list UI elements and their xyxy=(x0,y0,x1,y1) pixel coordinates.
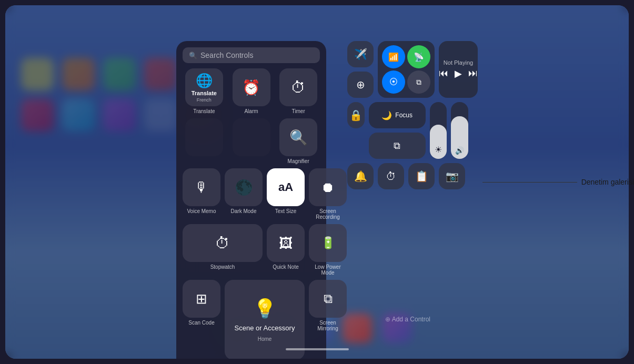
next-button[interactable]: ⏭ xyxy=(468,68,478,79)
control-low-power[interactable]: 🔋 Low Power Mode xyxy=(309,224,347,276)
control-quick-note[interactable]: 🖼 Quick Note xyxy=(267,224,305,270)
cc-left-toggles: ✈️ ⊕ xyxy=(347,41,374,98)
network-box: 📶 📡 ⦿ ⧉ xyxy=(378,41,435,98)
annotation-label: Denetim galerisi xyxy=(581,178,634,186)
timer-icon: ⏱ xyxy=(291,79,306,96)
control-scene-accessory[interactable]: 💡 Scene or Accessory Home xyxy=(225,280,305,359)
timer-cc-icon: ⏱ xyxy=(386,170,396,183)
screen-mirror-mid-button[interactable]: ⧉ xyxy=(369,133,426,159)
airplane-icon: ✈️ xyxy=(354,48,367,60)
control-screen-recording[interactable]: ⏺ Screen Recording xyxy=(309,168,347,220)
timer-cc-button[interactable]: ⏱ xyxy=(378,163,404,189)
annotation-line xyxy=(482,182,577,183)
text-size-label: Text Size xyxy=(275,208,297,214)
volume-slider[interactable]: 🔊 xyxy=(451,102,468,159)
screen-mirror-mid-icon: ⧉ xyxy=(394,140,400,151)
focus-label: Focus xyxy=(395,112,412,119)
cc-mid-group: 🌙 Focus ⧉ xyxy=(369,102,426,159)
translate-label: Translate xyxy=(193,108,215,114)
annotation-container: Denetim galerisi xyxy=(482,178,634,186)
notes-button[interactable]: 📋 xyxy=(408,163,435,189)
scene-accessory-sublabel: Home xyxy=(258,336,272,342)
voice-memo-icon: 🎙 xyxy=(195,179,208,196)
search-controls-label: Search Controls xyxy=(200,51,253,59)
focus-button[interactable]: 🌙 Focus xyxy=(369,102,426,128)
bluetooth-button[interactable]: ⦿ xyxy=(382,70,405,94)
cc-mid-section: 🔒 🌙 Focus ⧉ ☀ 🔊 xyxy=(347,102,468,159)
empty-box-2 xyxy=(233,118,270,156)
add-control-circle: ⊕ xyxy=(385,316,392,323)
control-timer[interactable]: ⏱ Timer xyxy=(277,68,320,114)
cell-icon: 📡 xyxy=(414,52,424,62)
control-voice-memo[interactable]: 🎙 Voice Memo xyxy=(183,168,220,214)
quick-note-icon: 🖼 xyxy=(279,235,293,251)
screen-recording-label: Screen Recording xyxy=(309,208,347,220)
not-playing-label: Not Playing xyxy=(444,59,473,66)
control-empty-1 xyxy=(183,118,226,156)
magnifier-icon-box: 🔍 xyxy=(279,118,317,156)
translate-icon-box: 🌐 Translate French xyxy=(185,68,223,106)
notes-icon: 📋 xyxy=(415,170,428,183)
dark-mode-label: Dark Mode xyxy=(231,208,257,214)
search-bar[interactable]: 🔍 Search Controls xyxy=(183,47,320,63)
translate-sublabel: French xyxy=(197,97,212,103)
control-empty-2 xyxy=(230,118,273,156)
scan-code-label: Scan Code xyxy=(188,320,214,326)
lock-rotation-icon: 🔒 xyxy=(349,109,363,122)
screen-recording-icon-box: ⏺ xyxy=(309,168,347,206)
low-power-label: Low Power Mode xyxy=(309,264,347,276)
camera-icon: 📷 xyxy=(446,170,459,183)
brightness-icon: ☀ xyxy=(435,145,442,155)
music-box[interactable]: Not Playing ⏮ ▶ ⏭ xyxy=(439,41,478,98)
music-controls: ⏮ ▶ ⏭ xyxy=(439,68,478,79)
search-icon: 🔍 xyxy=(189,52,197,59)
control-text-size[interactable]: aA Text Size xyxy=(267,168,305,214)
screen-mirroring-icon-box: ⧉ xyxy=(309,280,347,318)
add-control-label[interactable]: Add a Control xyxy=(392,316,430,323)
control-screen-mirroring[interactable]: ⧉ Screen Mirroring xyxy=(309,280,347,331)
control-translate[interactable]: 🌐 Translate French Translate xyxy=(183,68,226,114)
brightness-slider[interactable]: ☀ xyxy=(430,102,447,159)
control-scan-code[interactable]: ⊞ Scan Code xyxy=(183,280,220,326)
camera-button[interactable]: 📷 xyxy=(439,163,465,189)
voice-memo-icon-box: 🎙 xyxy=(183,168,220,206)
timer-label: Timer xyxy=(292,108,305,114)
cell-button[interactable]: 📡 xyxy=(407,45,430,68)
dark-mode-icon-box: 🌑 xyxy=(225,168,263,206)
airdrop-icon: ⊕ xyxy=(356,78,365,91)
control-magnifier[interactable]: 🔍 Magnifier xyxy=(277,118,320,164)
alarm-label: Alarm xyxy=(244,108,258,114)
low-power-icon: 🔋 xyxy=(321,236,335,250)
stopwatch-label: Stopwatch xyxy=(210,264,235,270)
text-size-icon-box: aA xyxy=(267,168,305,206)
controls-row-3: 🎙 Voice Memo 🌑 Dark Mode aA Text xyxy=(183,168,320,220)
bell-button[interactable]: 🔔 xyxy=(347,163,374,189)
controls-grid: 🌐 Translate French Translate ⏰ Alarm xyxy=(183,68,320,359)
alarm-icon-box: ⏰ xyxy=(233,68,270,106)
wifi-button[interactable]: 📶 xyxy=(382,45,405,68)
text-size-icon: aA xyxy=(278,180,293,194)
cc-bottom-icons: 🔔 ⏱ 📋 📷 xyxy=(347,163,468,189)
airplane-button[interactable]: ✈️ xyxy=(347,41,374,67)
voice-memo-label: Voice Memo xyxy=(187,208,216,214)
screen-mirror-button[interactable]: ⧉ xyxy=(407,70,430,94)
alarm-icon: ⏰ xyxy=(242,79,260,96)
active-control-center: ✈️ ⊕ 📶 📡 ⦿ ⧉ xyxy=(347,41,468,189)
control-dark-mode[interactable]: 🌑 Dark Mode xyxy=(225,168,263,214)
home-indicator xyxy=(286,348,349,350)
screen-mirroring-label: Screen Mirroring xyxy=(309,320,347,331)
stopwatch-icon-box: ⏱ xyxy=(183,224,263,262)
lock-rotation-button[interactable]: 🔒 xyxy=(347,102,365,128)
wifi-icon: 📶 xyxy=(388,52,399,62)
bell-icon: 🔔 xyxy=(354,170,367,183)
airdrop-button[interactable]: ⊕ xyxy=(347,72,374,98)
screen-mirror-icon: ⧉ xyxy=(416,78,421,87)
low-power-icon-box: 🔋 xyxy=(309,224,347,262)
volume-icon: 🔊 xyxy=(455,146,464,155)
play-button[interactable]: ▶ xyxy=(455,68,462,79)
quick-note-label: Quick Note xyxy=(273,264,298,270)
control-alarm[interactable]: ⏰ Alarm xyxy=(230,68,273,114)
magnifier-icon: 🔍 xyxy=(289,129,308,146)
prev-button[interactable]: ⏮ xyxy=(439,68,448,79)
control-stopwatch[interactable]: ⏱ Stopwatch xyxy=(183,224,263,270)
